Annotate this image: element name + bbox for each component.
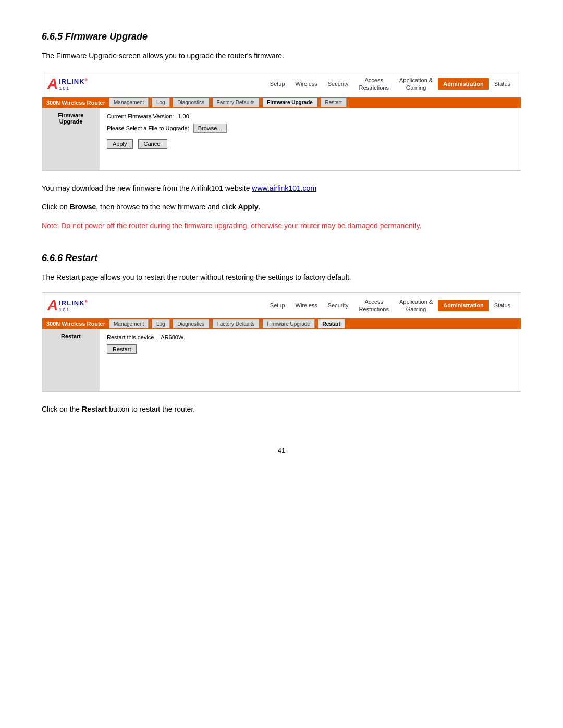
router-header-restart: A IRLINK® 101 Setup Wireless Security Ac… (42, 293, 521, 319)
sub-tab-restart-restart[interactable]: Restart (318, 319, 345, 328)
sub-tab-factory-restart[interactable]: Factory Defaults (213, 319, 260, 328)
logo-firmware: A IRLINK® 101 (47, 77, 105, 91)
section-restart: 6.6.6 Restart The Restart page allows yo… (42, 253, 521, 415)
sub-tab-factory-firmware[interactable]: Factory Defaults (213, 98, 260, 107)
firmware-version-label: Current Firmware Version: (107, 113, 174, 119)
router-ui-restart: A IRLINK® 101 Setup Wireless Security Ac… (42, 292, 521, 392)
nav-appgaming-restart[interactable]: Application &Gaming (394, 296, 438, 315)
restart-desc-row: Restart this device -- AR680W. (107, 334, 513, 340)
firmware-note: Note: Do not power off the router during… (42, 220, 521, 231)
logo-irlink-text-restart: IRLINK® (59, 299, 88, 307)
airlink-link[interactable]: www.airlink101.com (252, 184, 316, 192)
sidebar-firmware: Firmware Upgrade (42, 108, 100, 170)
firmware-file-label: Please Select a File to Upgrade: (107, 125, 189, 131)
sub-nav-firmware: 300N Wireless Router Management | Log | … (42, 97, 521, 108)
nav-security-firmware[interactable]: Security (323, 78, 354, 90)
logo-irlink-restart: IRLINK® 101 (59, 299, 88, 312)
firmware-info-download: You may download the new firmware from t… (42, 182, 521, 194)
logo-a-icon: A (47, 77, 58, 91)
nav-wireless-firmware[interactable]: Wireless (290, 78, 323, 90)
section-firmware-desc: The Firmware Upgrade screen allows you t… (42, 51, 521, 61)
sub-tab-diagnostics-firmware[interactable]: Diagnostics (173, 98, 209, 107)
apply-button-firmware[interactable]: Apply (107, 139, 133, 149)
nav-setup-firmware[interactable]: Setup (265, 78, 290, 90)
nav-admin-firmware[interactable]: Administration (438, 78, 489, 90)
logo-restart: A IRLINK® 101 (47, 298, 105, 313)
section-restart-title: 6.6.6 Restart (42, 253, 521, 264)
logo-a-icon-restart: A (47, 298, 58, 313)
browse-bold: Browse (70, 203, 96, 211)
sub-nav-items-firmware: Management | Log | Diagnostics | Factory… (109, 98, 521, 107)
apply-bold: Apply (238, 203, 259, 211)
nav-wireless-restart[interactable]: Wireless (290, 300, 323, 311)
nav-items-firmware: Setup Wireless Security AccessRestrictio… (110, 75, 516, 94)
logo-irlink-number-restart: 101 (59, 307, 88, 312)
section-firmware-title: 6.6.5 Firmware Upgrade (42, 31, 521, 42)
sub-nav-restart: 300N Wireless Router Management | Log | … (42, 318, 521, 329)
page-number: 41 (42, 447, 521, 454)
nav-appgaming-firmware[interactable]: Application &Gaming (394, 75, 438, 94)
sub-tab-log-firmware[interactable]: Log (152, 98, 170, 107)
nav-items-restart: Setup Wireless Security AccessRestrictio… (110, 296, 516, 315)
firmware-info-browse: Click on Browse, then browse to the new … (42, 201, 521, 213)
router-content-firmware: Firmware Upgrade Current Firmware Versio… (42, 108, 521, 170)
firmware-file-row: Please Select a File to Upgrade: Browse.… (107, 124, 513, 133)
logo-dot-restart: ® (85, 299, 88, 303)
sidebar-restart: Restart (42, 329, 100, 391)
sub-tab-diagnostics-restart[interactable]: Diagnostics (173, 319, 209, 328)
sub-tab-log-restart[interactable]: Log (152, 319, 170, 328)
nav-access-restart[interactable]: AccessRestrictions (354, 296, 394, 315)
sub-nav-items-restart: Management | Log | Diagnostics | Factory… (109, 319, 521, 328)
nav-status-restart[interactable]: Status (489, 300, 516, 311)
sub-tab-restart-firmware[interactable]: Restart (321, 98, 346, 107)
nav-access-firmware[interactable]: AccessRestrictions (354, 75, 394, 94)
restart-desc-label: Restart this device -- AR680W. (107, 334, 185, 340)
logo-irlink-number: 101 (59, 85, 88, 91)
sidebar-label-firmware: Firmware Upgrade (58, 112, 84, 125)
router-content-restart: Restart Restart this device -- AR680W. R… (42, 329, 521, 391)
firmware-action-row: Apply Cancel (107, 139, 513, 149)
sub-tab-management-firmware[interactable]: Management (109, 98, 149, 107)
logo-dot: ® (85, 78, 88, 81)
router-label-restart: 300N Wireless Router (42, 318, 109, 329)
nav-setup-restart[interactable]: Setup (265, 300, 290, 311)
sub-tab-fwupgrade-firmware[interactable]: Firmware Upgrade (263, 98, 317, 107)
section-restart-desc: The Restart page allows you to restart t… (42, 272, 521, 283)
section-firmware: 6.6.5 Firmware Upgrade The Firmware Upgr… (42, 31, 521, 232)
restart-button[interactable]: Restart (107, 344, 137, 354)
sub-tab-fwupgrade-restart[interactable]: Firmware Upgrade (263, 319, 315, 328)
router-header-firmware: A IRLINK® 101 Setup Wireless Security Ac… (42, 71, 521, 97)
main-content-restart: Restart this device -- AR680W. Restart (100, 329, 521, 391)
nav-status-firmware[interactable]: Status (489, 78, 516, 90)
restart-action-row: Restart (107, 344, 513, 354)
nav-admin-restart[interactable]: Administration (438, 300, 489, 311)
sub-tab-management-restart[interactable]: Management (109, 319, 149, 328)
cancel-button-firmware[interactable]: Cancel (138, 139, 167, 149)
router-label-firmware: 300N Wireless Router (42, 97, 109, 108)
logo-irlink: IRLINK® 101 (59, 78, 88, 91)
router-ui-firmware: A IRLINK® 101 Setup Wireless Security Ac… (42, 71, 521, 171)
restart-bold: Restart (82, 405, 107, 413)
logo-irlink-text: IRLINK® (59, 78, 88, 85)
restart-click-note: Click on the Restart button to restart t… (42, 403, 521, 415)
main-content-firmware: Current Firmware Version: 1.00 Please Se… (100, 108, 521, 170)
firmware-version-row: Current Firmware Version: 1.00 (107, 113, 513, 119)
browse-button[interactable]: Browse... (193, 124, 227, 133)
firmware-version-value: 1.00 (178, 113, 189, 119)
nav-security-restart[interactable]: Security (323, 300, 354, 311)
sidebar-label-restart: Restart (61, 333, 81, 339)
